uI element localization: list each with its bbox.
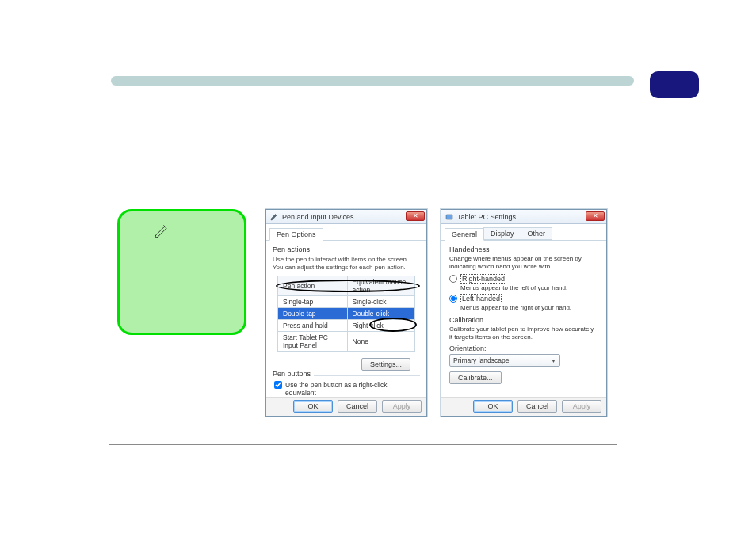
settings-button[interactable]: Settings...: [361, 358, 410, 371]
pen-app-icon: [269, 212, 279, 222]
tab-row: GeneralDisplayOther: [441, 224, 606, 241]
tab-general[interactable]: General: [445, 228, 484, 241]
divider: Pen buttons: [273, 375, 420, 376]
calibration-title: Calibration: [449, 316, 598, 324]
tab-display[interactable]: Display: [483, 227, 521, 240]
apply-button[interactable]: Apply: [382, 400, 422, 413]
calibration-group: Calibration Calibrate your tablet pen to…: [449, 316, 598, 384]
titlebar[interactable]: Pen and Input Devices ✕: [266, 210, 426, 224]
footer-rule: [109, 444, 617, 445]
handedness-title: Handedness: [449, 246, 598, 253]
calibrate-button[interactable]: Calibrate...: [449, 371, 502, 384]
button-row: OK Cancel Apply: [473, 400, 601, 413]
titlebar[interactable]: Tablet PC Settings ✕: [441, 210, 606, 224]
sticky-note: [117, 209, 246, 335]
chk-right-click-equiv[interactable]: Use the pen button as a right-click equi…: [274, 381, 418, 397]
col-pen-action: Pen action: [278, 276, 348, 296]
radio-left-sub: Menus appear to the right of your hand.: [460, 304, 598, 311]
svg-rect-0: [446, 215, 452, 219]
radio-label: Right-handed: [460, 274, 506, 284]
radio[interactable]: [449, 295, 457, 303]
tab-pen-options[interactable]: Pen Options: [269, 228, 323, 241]
pen-buttons-title: Pen buttons: [273, 370, 314, 378]
radio-right-sub: Menus appear to the left of your hand.: [460, 284, 598, 291]
col-equivalent: Equivalent mouse action: [347, 276, 414, 296]
window-title: Pen and Input Devices: [282, 213, 354, 221]
table-row[interactable]: Double-tapDouble-click: [278, 308, 415, 320]
button-row: OK Cancel Apply: [293, 400, 422, 413]
chevron-down-icon: ▼: [551, 358, 556, 364]
tab-other[interactable]: Other: [521, 227, 553, 240]
pen-actions-table[interactable]: Pen action Equivalent mouse action Singl…: [277, 276, 415, 352]
table-row[interactable]: Start Tablet PC Input PanelNone: [278, 332, 415, 352]
pen-icon: [153, 223, 170, 240]
header-rule: [111, 76, 634, 86]
ok-button[interactable]: OK: [293, 400, 333, 413]
radio-label: Left-handed: [460, 294, 502, 303]
window-title: Tablet PC Settings: [457, 213, 516, 221]
radio-left-handed[interactable]: Left-handed: [449, 294, 598, 303]
tab-row: Pen Options: [266, 224, 426, 241]
handedness-group: Handedness Change where menus appear on …: [449, 246, 598, 311]
orientation-label: Orientation:: [449, 345, 598, 352]
pen-actions-group: Pen actions Use the pen to interact with…: [273, 246, 420, 371]
cancel-button[interactable]: Cancel: [338, 400, 377, 413]
close-button[interactable]: ✕: [406, 211, 425, 221]
pen-actions-title: Pen actions: [273, 246, 420, 253]
page-marker-pill: [650, 71, 699, 98]
radio-right-handed[interactable]: Right-handed: [449, 274, 598, 284]
handedness-desc: Change where menus appear on the screen …: [449, 255, 598, 271]
calibration-desc: Calibrate your tablet pen to improve how…: [449, 326, 598, 341]
pen-and-input-devices-dialog: Pen and Input Devices ✕ Pen Options Pen …: [265, 209, 427, 417]
table-row[interactable]: Single-tapSingle-click: [278, 296, 415, 308]
table-row[interactable]: Press and holdRight-click: [278, 320, 415, 332]
orientation-combobox[interactable]: Primary landscape ▼: [449, 354, 560, 367]
tablet-app-icon: [445, 212, 454, 222]
cancel-button[interactable]: Cancel: [517, 400, 557, 413]
tablet-pc-settings-dialog: Tablet PC Settings ✕ GeneralDisplayOther…: [441, 209, 607, 417]
apply-button[interactable]: Apply: [562, 400, 601, 413]
radio[interactable]: [449, 275, 457, 283]
close-button[interactable]: ✕: [586, 211, 605, 221]
ok-button[interactable]: OK: [473, 400, 513, 413]
pen-actions-desc: Use the pen to interact with items on th…: [273, 256, 420, 272]
combobox-value: Primary landscape: [453, 356, 509, 364]
checkbox[interactable]: [274, 381, 282, 389]
